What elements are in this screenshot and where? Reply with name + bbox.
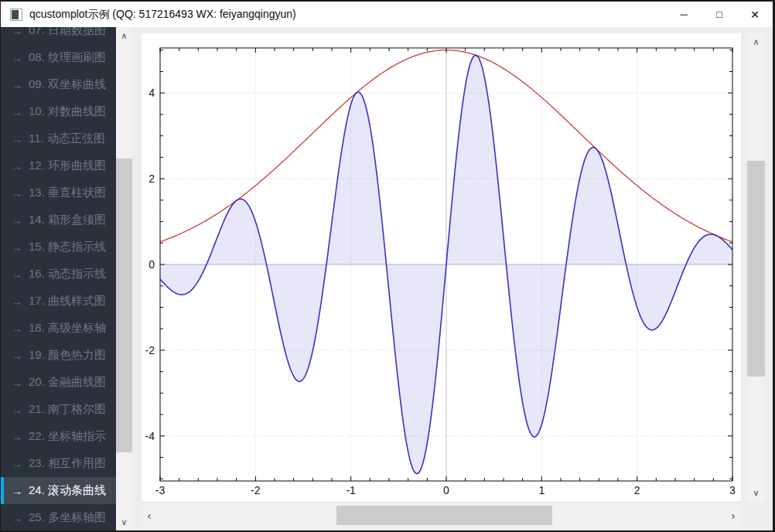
sidebar-item-label: 25. 多坐标轴图 xyxy=(29,510,106,525)
sidebar-item[interactable]: →25. 多坐标轴图 xyxy=(1,504,116,530)
x-tick-label: -3 xyxy=(155,484,166,496)
sidebar-scrollbar[interactable]: ∧ ∨ xyxy=(116,27,132,530)
sidebar: →07. 日期数据图→08. 纹理画刷图→09. 双坐标曲线→10. 对数曲线图… xyxy=(1,27,116,530)
sidebar-item-label: 08. 纹理画刷图 xyxy=(29,50,106,65)
sidebar-item[interactable]: →12. 环形曲线图 xyxy=(1,152,116,179)
sidebar-scrollbar-thumb[interactable] xyxy=(116,159,132,452)
sidebar-item-label: 21. 南丁格尔图 xyxy=(29,402,106,417)
arrow-icon: → xyxy=(12,431,22,443)
sidebar-item-label: 20. 金融曲线图 xyxy=(29,375,106,390)
close-icon: × xyxy=(750,6,759,23)
sidebar-item[interactable]: →23. 相互作用图 xyxy=(1,450,116,477)
arrow-icon: → xyxy=(12,295,22,308)
app-icon xyxy=(10,9,22,21)
sidebar-item[interactable]: →24. 滚动条曲线 xyxy=(1,477,116,504)
sidebar-item-label: 23. 相互作用图 xyxy=(29,456,106,471)
scroll-up-button[interactable]: ∧ xyxy=(116,29,132,43)
arrow-icon: → xyxy=(12,350,22,362)
scroll-right-button[interactable]: › xyxy=(725,504,741,527)
scroll-up-button[interactable]: ∧ xyxy=(747,35,765,49)
sidebar-item[interactable]: →13. 垂直柱状图 xyxy=(1,179,116,206)
minimize-button[interactable]: ─ xyxy=(666,2,702,27)
sidebar-item[interactable]: →20. 金融曲线图 xyxy=(1,369,116,396)
sidebar-item-label: 12. 环形曲线图 xyxy=(29,159,106,173)
sidebar-item-label: 19. 颜色热力图 xyxy=(29,348,106,363)
vertical-scrollbar[interactable]: ∧ ∨ xyxy=(747,33,765,501)
app-window: qcustomplot示例 (QQ: 517216493 WX: feiyang… xyxy=(0,0,775,532)
sidebar-item[interactable]: →18. 高级坐标轴 xyxy=(1,315,116,342)
y-tick-label: -2 xyxy=(145,344,155,356)
sidebar-item[interactable]: →22. 坐标轴指示 xyxy=(1,423,116,450)
arrow-icon: → xyxy=(12,322,22,335)
close-button[interactable]: × xyxy=(737,2,773,27)
app-icon-fill xyxy=(12,10,19,19)
arrow-icon: → xyxy=(12,404,22,416)
sidebar-item-label: 13. 垂直柱状图 xyxy=(29,186,106,200)
arrow-icon: → xyxy=(12,27,22,37)
sidebar-item[interactable]: →15. 静态指示线 xyxy=(1,234,116,261)
sidebar-item[interactable]: →10. 对数曲线图 xyxy=(1,98,116,125)
sidebar-item[interactable]: →08. 纹理画刷图 xyxy=(1,44,116,71)
window-border xyxy=(0,0,1,532)
sidebar-item-label: 11. 动态正弦图 xyxy=(29,131,105,146)
sidebar-item[interactable]: →14. 箱形盒须图 xyxy=(1,206,116,234)
arrow-icon: → xyxy=(12,458,22,470)
arrow-icon: → xyxy=(12,187,22,200)
arrow-icon: → xyxy=(12,79,22,91)
plot-widget[interactable]: -3-2-10123420-2-4 xyxy=(142,33,741,501)
arrow-icon: → xyxy=(12,133,22,145)
window-title: qcustomplot示例 (QQ: 517216493 WX: feiyang… xyxy=(29,8,296,22)
y-tick-label: 0 xyxy=(149,258,155,271)
sidebar-item-label: 17. 曲线样式图 xyxy=(29,294,106,309)
x-tick-label: 3 xyxy=(729,484,736,496)
sidebar-item-label: 10. 对数曲线图 xyxy=(29,104,106,119)
arrow-icon: → xyxy=(12,214,22,227)
sidebar-item-label: 09. 双坐标曲线 xyxy=(29,77,106,92)
scroll-left-button[interactable]: ‹ xyxy=(142,504,157,527)
arrow-icon: → xyxy=(12,160,22,172)
maximize-icon: □ xyxy=(716,9,722,20)
arrow-icon: → xyxy=(12,512,22,524)
sidebar-item-label: 16. 动态指示线 xyxy=(29,267,106,281)
sidebar-item[interactable]: →07. 日期数据图 xyxy=(1,27,116,44)
sidebar-item[interactable]: →16. 动态指示线 xyxy=(1,261,116,288)
main-area: -3-2-10123420-2-4 ‹ › ∧ ∨ xyxy=(132,27,773,530)
x-tick-label: 2 xyxy=(634,484,640,496)
arrow-icon: → xyxy=(12,241,22,254)
x-tick-label: 1 xyxy=(538,484,545,496)
scroll-down-button[interactable]: ∨ xyxy=(747,486,765,500)
scroll-down-button[interactable]: ∨ xyxy=(116,515,132,529)
sidebar-item-label: 22. 坐标轴指示 xyxy=(29,429,106,444)
window-titlebar: qcustomplot示例 (QQ: 517216493 WX: feiyang… xyxy=(1,2,773,27)
window-buttons: ─ □ × xyxy=(666,2,773,27)
arrow-icon: → xyxy=(12,485,22,497)
sidebar-list: →07. 日期数据图→08. 纹理画刷图→09. 双坐标曲线→10. 对数曲线图… xyxy=(1,27,116,530)
sidebar-item[interactable]: →11. 动态正弦图 xyxy=(1,125,116,152)
minimize-icon: ─ xyxy=(680,9,687,20)
chart-canvas[interactable]: -3-2-10123420-2-4 xyxy=(142,33,741,501)
sidebar-item[interactable]: →09. 双坐标曲线 xyxy=(1,71,116,98)
arrow-icon: → xyxy=(12,268,22,281)
sidebar-item-label: 14. 箱形盒须图 xyxy=(29,213,106,227)
sidebar-item[interactable]: →17. 曲线样式图 xyxy=(1,288,116,315)
sidebar-item-label: 15. 静态指示线 xyxy=(29,240,106,254)
sidebar-item[interactable]: →19. 颜色热力图 xyxy=(1,342,116,369)
horizontal-scrollbar[interactable]: ‹ › xyxy=(142,504,741,527)
y-tick-label: -4 xyxy=(145,430,155,442)
maximize-button[interactable]: □ xyxy=(702,2,737,27)
sidebar-item[interactable]: →21. 南丁格尔图 xyxy=(1,396,116,423)
sidebar-item-label: 24. 滚动条曲线 xyxy=(29,483,106,498)
x-tick-label: -2 xyxy=(251,484,261,496)
window-border xyxy=(0,0,775,2)
sidebar-item-label: 18. 高级坐标轴 xyxy=(29,321,106,336)
arrow-icon: → xyxy=(12,106,22,118)
arrow-icon: → xyxy=(12,377,22,389)
sidebar-item-label: 07. 日期数据图 xyxy=(29,27,106,38)
horizontal-scrollbar-thumb[interactable] xyxy=(336,506,552,525)
y-tick-label: 2 xyxy=(149,172,155,185)
y-tick-label: 4 xyxy=(149,87,155,99)
arrow-icon: → xyxy=(12,52,22,64)
vertical-scrollbar-thumb[interactable] xyxy=(747,161,765,377)
x-tick-label: 0 xyxy=(443,484,449,496)
x-tick-label: -1 xyxy=(346,484,356,496)
